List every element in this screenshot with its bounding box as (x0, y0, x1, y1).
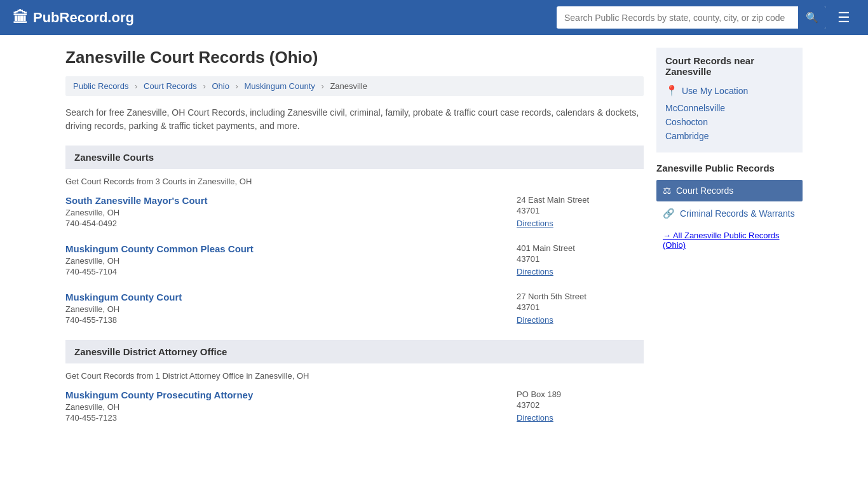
da-name-1: Muskingum County Prosecuting Attorney (65, 390, 517, 400)
court-phone-1: 740-454-0492 (65, 219, 517, 228)
court-phone-2: 740-455-7104 (65, 267, 517, 276)
directions-link-3[interactable]: Directions (517, 315, 553, 325)
directions-link-2[interactable]: Directions (517, 267, 553, 276)
search-input[interactable] (557, 8, 798, 28)
court-entry-1: South Zanesville Mayor's Court Zanesvill… (65, 195, 644, 228)
court-city-3: Zanesville, OH (65, 304, 517, 314)
site-logo[interactable]: 🏛 PubRecord.org (13, 9, 134, 27)
logo-icon: 🏛 (13, 9, 28, 27)
directions-link-1[interactable]: Directions (517, 219, 553, 228)
da-left-1: Muskingum County Prosecuting Attorney Za… (65, 390, 517, 423)
courts-section: Zanesville Courts Get Court Records from… (65, 146, 644, 325)
court-address-2: 401 Main Street (517, 243, 644, 253)
main-container: Zanesville Court Records (Ohio) Public R… (53, 35, 815, 451)
courts-section-header: Zanesville Courts (65, 146, 644, 169)
sidebar-item-criminal-records[interactable]: 🔗 Criminal Records & Warrants (656, 203, 803, 224)
court-name-2: Muskingum County Common Pleas Court (65, 243, 517, 254)
court-right-2: 401 Main Street 43701 Directions (517, 243, 644, 276)
content-area: Zanesville Court Records (Ohio) Public R… (65, 48, 644, 438)
all-records-link[interactable]: → All Zanesville Public Records (Ohio) (663, 231, 796, 250)
breadcrumb-muskingum[interactable]: Muskingum County (245, 81, 315, 91)
breadcrumb-sep-4: › (321, 81, 323, 91)
sidebar-all-records[interactable]: → All Zanesville Public Records (Ohio) (656, 228, 803, 252)
breadcrumb-sep-3: › (236, 81, 238, 91)
court-records-icon: ⚖ (663, 185, 671, 196)
sidebar-near-title: Court Records near Zanesville (665, 55, 794, 77)
da-section: Zanesville District Attorney Office Get … (65, 340, 644, 423)
sidebar-public-records-title: Zanesville Public Records (656, 163, 803, 173)
court-left-2: Muskingum County Common Pleas Court Zane… (65, 243, 517, 276)
search-bar: 🔍 (557, 6, 826, 29)
sidebar-item-court-records[interactable]: ⚖ Court Records (656, 180, 803, 201)
nearby-city-1[interactable]: McConnelsville (665, 103, 794, 113)
da-city-1: Zanesville, OH (65, 402, 517, 412)
courts-section-desc: Get Court Records from 3 Courts in Zanes… (65, 177, 644, 186)
court-name-3: Muskingum County Court (65, 292, 517, 302)
court-entry-2: Muskingum County Common Pleas Court Zane… (65, 243, 644, 276)
criminal-records-link[interactable]: Criminal Records & Warrants (680, 208, 795, 219)
breadcrumb-zanesville: Zanesville (330, 81, 367, 91)
court-left-3: Muskingum County Court Zanesville, OH 74… (65, 292, 517, 325)
sidebar: Court Records near Zanesville 📍 Use My L… (656, 48, 803, 438)
court-zip-3: 43701 (517, 302, 644, 312)
search-icon: 🔍 (806, 12, 818, 23)
sidebar-near-box: Court Records near Zanesville 📍 Use My L… (656, 48, 803, 152)
court-records-link[interactable]: Court Records (676, 186, 733, 196)
da-section-header: Zanesville District Attorney Office (65, 340, 644, 363)
court-zip-1: 43701 (517, 206, 644, 215)
court-city-1: Zanesville, OH (65, 208, 517, 217)
use-location-label: Use My Location (682, 86, 748, 96)
court-city-2: Zanesville, OH (65, 256, 517, 266)
sidebar-public-records: Zanesville Public Records ⚖ Court Record… (656, 163, 803, 252)
page-title: Zanesville Court Records (Ohio) (65, 48, 644, 67)
breadcrumb-sep-1: › (135, 81, 137, 91)
court-zip-2: 43701 (517, 254, 644, 264)
court-address-3: 27 North 5th Street (517, 292, 644, 301)
court-right-3: 27 North 5th Street 43701 Directions (517, 292, 644, 325)
da-zip-1: 43702 (517, 400, 644, 410)
da-entry-1: Muskingum County Prosecuting Attorney Za… (65, 390, 644, 423)
breadcrumb-ohio[interactable]: Ohio (212, 81, 229, 91)
court-name-1: South Zanesville Mayor's Court (65, 195, 517, 206)
court-phone-3: 740-455-7138 (65, 315, 517, 325)
criminal-records-icon: 🔗 (663, 208, 675, 219)
da-directions-link-1[interactable]: Directions (517, 413, 553, 423)
da-right-1: PO Box 189 43702 Directions (517, 390, 644, 423)
header-right: 🔍 ☰ (557, 6, 855, 29)
court-entry-3: Muskingum County Court Zanesville, OH 74… (65, 292, 644, 325)
da-address-1: PO Box 189 (517, 390, 644, 399)
location-icon: 📍 (665, 85, 678, 97)
use-location-button[interactable]: 📍 Use My Location (665, 85, 794, 97)
breadcrumb-sep-2: › (203, 81, 205, 91)
court-right-1: 24 East Main Street 43701 Directions (517, 195, 644, 228)
page-description: Search for free Zanesville, OH Court Rec… (65, 106, 644, 133)
da-phone-1: 740-455-7123 (65, 413, 517, 423)
site-header: 🏛 PubRecord.org 🔍 ☰ (0, 0, 868, 35)
breadcrumb: Public Records › Court Records › Ohio › … (65, 76, 644, 96)
court-address-1: 24 East Main Street (517, 195, 644, 205)
nearby-city-2[interactable]: Coshocton (665, 117, 794, 127)
menu-icon[interactable]: ☰ (832, 7, 855, 29)
nearby-city-3[interactable]: Cambridge (665, 131, 794, 141)
breadcrumb-court-records[interactable]: Court Records (144, 81, 197, 91)
breadcrumb-public-records[interactable]: Public Records (73, 81, 128, 91)
logo-text: PubRecord.org (33, 10, 134, 26)
da-section-desc: Get Court Records from 1 District Attorn… (65, 371, 644, 381)
court-left-1: South Zanesville Mayor's Court Zanesvill… (65, 195, 517, 228)
search-button[interactable]: 🔍 (798, 6, 826, 29)
